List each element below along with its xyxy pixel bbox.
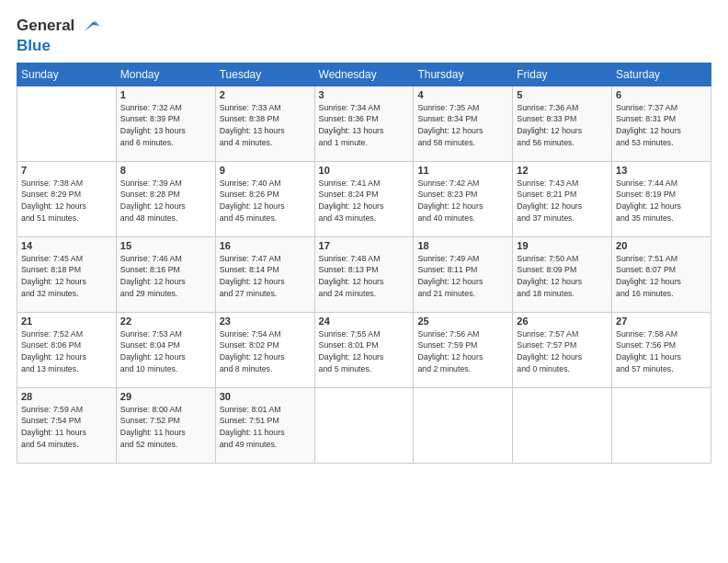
calendar-cell: 12Sunrise: 7:43 AMSunset: 8:21 PMDayligh…: [513, 161, 612, 236]
calendar-cell: 14Sunrise: 7:45 AMSunset: 8:18 PMDayligh…: [17, 236, 117, 312]
day-number: 26: [517, 316, 608, 327]
day-info: Sunrise: 7:57 AMSunset: 7:57 PMDaylight:…: [517, 328, 608, 375]
day-number: 3: [319, 89, 410, 100]
day-number: 14: [21, 240, 112, 251]
day-number: 30: [220, 391, 311, 402]
day-info: Sunrise: 7:43 AMSunset: 8:21 PMDaylight:…: [517, 178, 608, 224]
day-info: Sunrise: 8:01 AMSunset: 7:51 PMDaylight:…: [220, 404, 311, 451]
day-number: 27: [616, 316, 707, 327]
calendar-cell: 24Sunrise: 7:55 AMSunset: 8:01 PMDayligh…: [314, 312, 414, 387]
day-number: 24: [319, 316, 410, 327]
day-number: 5: [517, 89, 608, 100]
calendar-cell: 20Sunrise: 7:51 AMSunset: 8:07 PMDayligh…: [612, 236, 711, 312]
day-info: Sunrise: 7:40 AMSunset: 8:26 PMDaylight:…: [220, 178, 311, 224]
day-number: 18: [417, 240, 508, 251]
day-number: 4: [417, 89, 508, 100]
calendar-cell: 23Sunrise: 7:54 AMSunset: 8:02 PMDayligh…: [215, 312, 314, 387]
calendar-cell: 13Sunrise: 7:44 AMSunset: 8:19 PMDayligh…: [612, 161, 711, 236]
day-info: Sunrise: 7:58 AMSunset: 7:56 PMDaylight:…: [616, 328, 707, 375]
calendar-cell: 16Sunrise: 7:47 AMSunset: 8:14 PMDayligh…: [215, 236, 314, 312]
day-number: 22: [120, 316, 211, 327]
logo-line1: General: [17, 17, 101, 37]
day-info: Sunrise: 7:35 AMSunset: 8:34 PMDaylight:…: [417, 102, 508, 149]
calendar-cell: 11Sunrise: 7:42 AMSunset: 8:23 PMDayligh…: [414, 161, 513, 236]
day-info: Sunrise: 7:49 AMSunset: 8:11 PMDaylight:…: [417, 253, 508, 300]
calendar-cell: 4Sunrise: 7:35 AMSunset: 8:34 PMDaylight…: [414, 86, 513, 161]
day-info: Sunrise: 7:53 AMSunset: 8:04 PMDaylight:…: [120, 328, 211, 375]
day-info: Sunrise: 7:34 AMSunset: 8:36 PMDaylight:…: [319, 102, 410, 149]
logo-line2: Blue: [17, 37, 101, 55]
calendar-cell: 18Sunrise: 7:49 AMSunset: 8:11 PMDayligh…: [414, 236, 513, 312]
calendar-cell: [314, 387, 414, 463]
weekday-header-friday: Friday: [513, 63, 612, 86]
day-number: 17: [319, 240, 410, 251]
day-info: Sunrise: 7:55 AMSunset: 8:01 PMDaylight:…: [319, 328, 410, 375]
calendar-cell: 25Sunrise: 7:56 AMSunset: 7:59 PMDayligh…: [414, 312, 513, 387]
calendar-cell: 8Sunrise: 7:39 AMSunset: 8:28 PMDaylight…: [116, 161, 215, 236]
day-number: 8: [120, 165, 211, 176]
day-number: 13: [616, 165, 707, 176]
day-info: Sunrise: 7:33 AMSunset: 8:38 PMDaylight:…: [220, 102, 311, 149]
calendar-cell: 2Sunrise: 7:33 AMSunset: 8:38 PMDaylight…: [215, 86, 314, 161]
weekday-header-monday: Monday: [116, 63, 215, 86]
weekday-header-wednesday: Wednesday: [314, 63, 414, 86]
day-info: Sunrise: 7:41 AMSunset: 8:24 PMDaylight:…: [319, 178, 410, 224]
day-info: Sunrise: 7:59 AMSunset: 7:54 PMDaylight:…: [21, 404, 112, 451]
day-info: Sunrise: 7:32 AMSunset: 8:39 PMDaylight:…: [120, 102, 211, 149]
day-number: 21: [21, 316, 112, 327]
calendar-cell: 30Sunrise: 8:01 AMSunset: 7:51 PMDayligh…: [215, 387, 314, 463]
calendar-cell: [414, 387, 513, 463]
day-number: 6: [616, 89, 707, 100]
calendar-cell: 6Sunrise: 7:37 AMSunset: 8:31 PMDaylight…: [612, 86, 711, 161]
day-info: Sunrise: 7:52 AMSunset: 8:06 PMDaylight:…: [21, 328, 112, 375]
day-info: Sunrise: 7:37 AMSunset: 8:31 PMDaylight:…: [616, 102, 707, 149]
day-number: 1: [120, 89, 211, 100]
day-info: Sunrise: 7:36 AMSunset: 8:33 PMDaylight:…: [517, 102, 608, 149]
day-info: Sunrise: 7:39 AMSunset: 8:28 PMDaylight:…: [120, 178, 211, 224]
day-number: 10: [319, 165, 410, 176]
day-number: 20: [616, 240, 707, 251]
day-info: Sunrise: 7:44 AMSunset: 8:19 PMDaylight:…: [616, 178, 707, 224]
day-number: 19: [517, 240, 608, 251]
calendar-cell: 10Sunrise: 7:41 AMSunset: 8:24 PMDayligh…: [314, 161, 414, 236]
calendar-cell: 22Sunrise: 7:53 AMSunset: 8:04 PMDayligh…: [116, 312, 215, 387]
day-number: 29: [120, 391, 211, 402]
day-info: Sunrise: 8:00 AMSunset: 7:52 PMDaylight:…: [120, 404, 211, 451]
calendar-cell: 19Sunrise: 7:50 AMSunset: 8:09 PMDayligh…: [513, 236, 612, 312]
calendar-table: SundayMondayTuesdayWednesdayThursdayFrid…: [17, 63, 711, 464]
calendar-cell: [17, 86, 117, 161]
weekday-header-thursday: Thursday: [414, 63, 513, 86]
calendar-cell: 17Sunrise: 7:48 AMSunset: 8:13 PMDayligh…: [314, 236, 414, 312]
day-info: Sunrise: 7:45 AMSunset: 8:18 PMDaylight:…: [21, 253, 112, 300]
weekday-header-tuesday: Tuesday: [215, 63, 314, 86]
calendar-cell: [612, 387, 711, 463]
day-info: Sunrise: 7:42 AMSunset: 8:23 PMDaylight:…: [417, 178, 508, 224]
day-number: 16: [220, 240, 311, 251]
day-number: 15: [120, 240, 211, 251]
day-number: 25: [417, 316, 508, 327]
calendar-cell: 5Sunrise: 7:36 AMSunset: 8:33 PMDaylight…: [513, 86, 612, 161]
calendar-cell: 26Sunrise: 7:57 AMSunset: 7:57 PMDayligh…: [513, 312, 612, 387]
weekday-header-saturday: Saturday: [612, 63, 711, 86]
calendar-cell: 27Sunrise: 7:58 AMSunset: 7:56 PMDayligh…: [612, 312, 711, 387]
calendar-cell: [513, 387, 612, 463]
day-number: 23: [220, 316, 311, 327]
day-number: 11: [417, 165, 508, 176]
day-info: Sunrise: 7:50 AMSunset: 8:09 PMDaylight:…: [517, 253, 608, 300]
day-info: Sunrise: 7:48 AMSunset: 8:13 PMDaylight:…: [319, 253, 410, 300]
calendar-cell: 21Sunrise: 7:52 AMSunset: 8:06 PMDayligh…: [17, 312, 117, 387]
calendar-cell: 28Sunrise: 7:59 AMSunset: 7:54 PMDayligh…: [17, 387, 117, 463]
day-info: Sunrise: 7:56 AMSunset: 7:59 PMDaylight:…: [417, 328, 508, 375]
day-number: 7: [21, 165, 112, 176]
day-number: 2: [220, 89, 311, 100]
day-info: Sunrise: 7:46 AMSunset: 8:16 PMDaylight:…: [120, 253, 211, 300]
weekday-header-sunday: Sunday: [17, 63, 117, 86]
calendar-cell: 1Sunrise: 7:32 AMSunset: 8:39 PMDaylight…: [116, 86, 215, 161]
calendar-cell: 29Sunrise: 8:00 AMSunset: 7:52 PMDayligh…: [116, 387, 215, 463]
calendar-cell: 9Sunrise: 7:40 AMSunset: 8:26 PMDaylight…: [215, 161, 314, 236]
day-number: 12: [517, 165, 608, 176]
logo-bird-icon: [81, 17, 101, 37]
calendar-cell: 3Sunrise: 7:34 AMSunset: 8:36 PMDaylight…: [314, 86, 414, 161]
day-info: Sunrise: 7:51 AMSunset: 8:07 PMDaylight:…: [616, 253, 707, 300]
day-info: Sunrise: 7:54 AMSunset: 8:02 PMDaylight:…: [220, 328, 311, 375]
